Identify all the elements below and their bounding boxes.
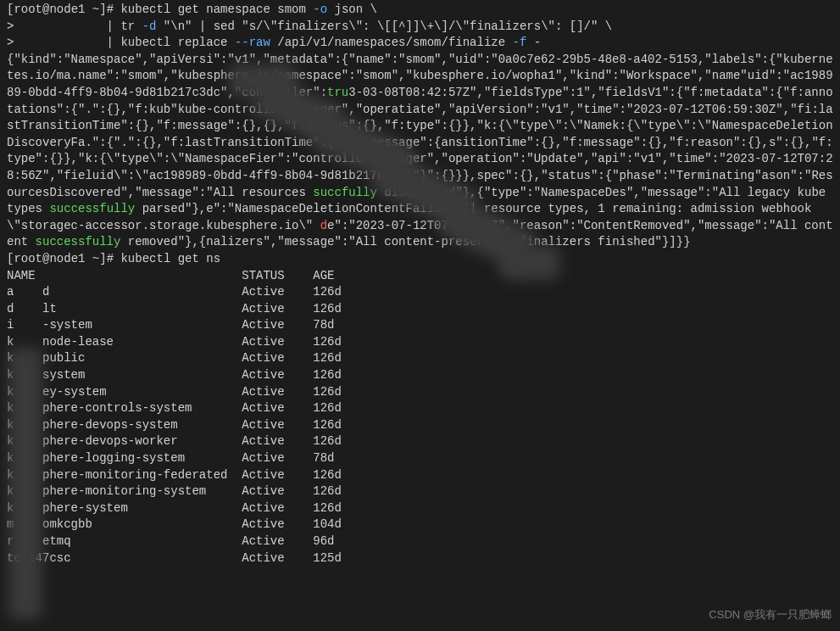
table-header: NAME STATUS AGE	[7, 268, 833, 285]
table-row: d lt Active 126d	[7, 301, 833, 318]
cmd-cont-1: > | tr -d "\n" | sed "s/\"finalizers\": …	[7, 19, 833, 36]
table-row: k phere-controls-system Active 126d	[7, 400, 833, 417]
namespace-table: NAME STATUS AGEa d Active 126dd lt Activ…	[7, 268, 833, 567]
json-segment: er":"controller-manager","operation":"Up…	[263, 152, 619, 165]
json-segment: removed"},{	[120, 235, 206, 248]
table-row: k public Active 126d	[7, 350, 833, 367]
json-output: {"kind":"Namespace","apiVersi":"v1","met…	[7, 52, 833, 251]
table-row: k phere-monitoring-federated Active 126d	[7, 467, 833, 484]
table-row: k phere-system Active 126d	[7, 500, 833, 517]
cmd-cont-2: > | kubectl replace --raw /api/v1/namesp…	[7, 35, 833, 52]
table-row: k phere-devops-worker Active 126d	[7, 433, 833, 450]
table-row: m omkcgbb Active 104d	[7, 517, 833, 533]
table-row: r etmq Active 96d	[7, 533, 833, 550]
table-row: k phere-logging-system Active 78d	[7, 450, 833, 467]
watermark: CSDN @我有一只肥蟑螂	[709, 607, 832, 623]
json-segment: successfully	[49, 202, 135, 215]
json-segment: successfully	[36, 235, 121, 248]
json-segment: 3-03-08T08:42:57Z","fieldsType":	[348, 86, 576, 99]
table-row: k phere-monitoring-system Active 126d	[7, 483, 833, 500]
table-row: i -system Active 78d	[7, 317, 833, 334]
table-row: test47csc Active 125d	[7, 550, 833, 567]
terminal-output[interactable]: [root@node1 ~]# kubectl get namespace sm…	[7, 2, 833, 567]
redaction-patch	[8, 348, 42, 619]
json-segment: {"kind":"Namespace","apiVersi	[7, 53, 214, 66]
json-segment: d	[320, 219, 327, 232]
json-segment: succ	[313, 186, 342, 199]
table-row: k system Active 126d	[7, 367, 833, 384]
json-segment: spec":{},"status":{"phase":"Terminating"	[477, 169, 762, 182]
json-segment: parsed"},	[135, 202, 206, 215]
json-segment: ansitionTime":{},"f:message":{},"f:reaso…	[442, 136, 769, 149]
table-row: k node-lease Active 126d	[7, 334, 833, 351]
prompt-line-2: [root@node1 ~]# kubectl get ns	[7, 251, 833, 268]
json-segment: -accessor.storage.kubesphere.io\"	[78, 219, 320, 232]
json-segment: tru	[327, 86, 348, 99]
table-row: k phere-devops-system Active 126d	[7, 417, 833, 434]
prompt-line-1: [root@node1 ~]# kubectl get namespace sm…	[7, 2, 833, 19]
table-row: a d Active 126d	[7, 284, 833, 301]
table-row: k ey-system Active 126d	[7, 384, 833, 401]
json-segment: pha1","kind":"Workspace","name	[526, 69, 740, 82]
json-segment: ate","apiVersion":"v1","time":"2023-07-1…	[413, 103, 811, 116]
redaction-patch	[500, 246, 559, 280]
